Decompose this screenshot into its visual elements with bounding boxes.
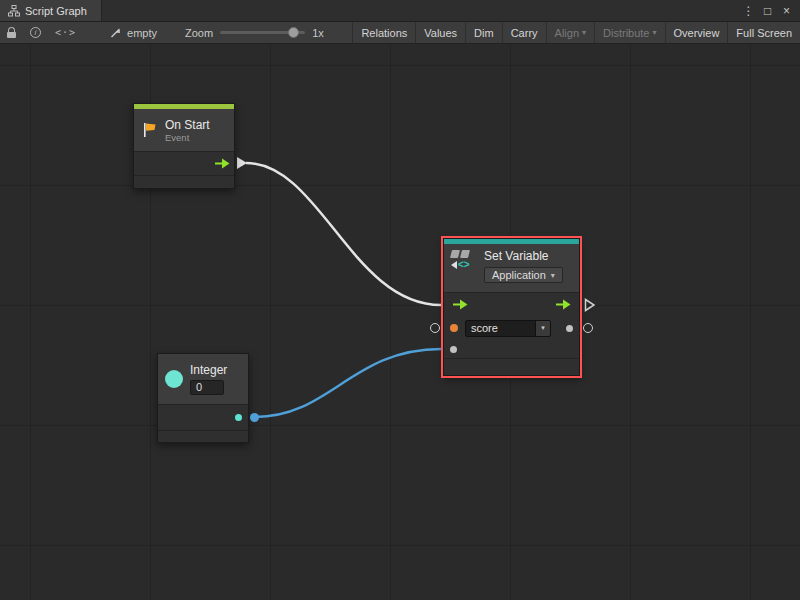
- overview-button[interactable]: Overview: [665, 22, 728, 43]
- set-variable-head-col: Set Variable Application ▾: [484, 249, 563, 283]
- zoom-value: 1x: [312, 27, 324, 39]
- set-variable-header[interactable]: <> Set Variable Application ▾: [444, 244, 579, 292]
- control-in-arrow-icon: [460, 300, 468, 310]
- variable-name-value: score: [466, 322, 535, 334]
- integer-header[interactable]: Integer 0: [158, 354, 248, 404]
- scope-caret-icon: ▾: [551, 271, 555, 280]
- info-icon[interactable]: i: [23, 22, 48, 43]
- integer-ports-row: [158, 404, 248, 430]
- variables-box-2: [460, 250, 470, 258]
- on-start-footer: [134, 175, 234, 188]
- variable-name-dropdown-icon[interactable]: ▾: [535, 321, 550, 336]
- inspect-code-icon[interactable]: <·>: [48, 22, 83, 43]
- value-wire[interactable]: [255, 349, 441, 417]
- lock-icon[interactable]: [0, 22, 23, 43]
- graph-pointer-status: empty: [109, 26, 157, 39]
- node-integer[interactable]: Integer 0: [157, 353, 249, 443]
- set-variable-control-input-port[interactable]: [452, 299, 468, 310]
- overview-label: Overview: [674, 27, 720, 39]
- align-caret-icon: ▾: [582, 29, 586, 37]
- graph-canvas[interactable]: On Start Event: [0, 44, 800, 600]
- unconnected-control-output-icon[interactable]: [584, 298, 596, 312]
- dim-button[interactable]: Dim: [465, 22, 502, 43]
- maximize-icon[interactable]: □: [759, 2, 776, 20]
- window-menu-icon[interactable]: ⋮: [740, 2, 757, 20]
- zoom-label: Zoom: [185, 27, 213, 39]
- pointer-status-label: empty: [127, 27, 157, 39]
- wires-layer: [0, 44, 800, 600]
- on-start-title: On Start: [165, 118, 210, 132]
- integer-value-input[interactable]: 0: [190, 380, 224, 395]
- pointer-icon: [109, 26, 122, 39]
- graph-toolbar: i <·> empty Zoom 1x Relations Values Dim…: [0, 22, 800, 44]
- relations-button[interactable]: Relations: [352, 22, 415, 43]
- on-start-control-output-port[interactable]: [214, 158, 230, 169]
- value-wire-endpoint-dot[interactable]: [250, 413, 259, 422]
- close-icon[interactable]: ×: [778, 2, 795, 20]
- values-button[interactable]: Values: [415, 22, 465, 43]
- info-glyph: i: [30, 27, 41, 38]
- on-start-subtitle: Event: [165, 132, 210, 143]
- set-variable-icon: <>: [451, 249, 477, 270]
- on-start-titles: On Start Event: [165, 118, 210, 143]
- full-screen-button[interactable]: Full Screen: [727, 22, 800, 43]
- on-start-ports-row: [134, 151, 234, 175]
- values-label: Values: [424, 27, 457, 39]
- unit-angle-icon: <>: [458, 260, 470, 270]
- set-variable-control-row: [444, 292, 579, 316]
- lock-glyph: [7, 27, 16, 38]
- unconnected-right-port-ring-icon[interactable]: [583, 323, 593, 333]
- node-set-variable[interactable]: <> Set Variable Application ▾: [443, 238, 580, 376]
- integer-icon: [165, 370, 183, 388]
- variable-scope-dropdown[interactable]: Application ▾: [484, 267, 563, 283]
- unit-icon: <>: [451, 260, 477, 270]
- carry-button[interactable]: Carry: [502, 22, 546, 43]
- tab-script-graph[interactable]: Script Graph: [0, 0, 102, 21]
- toolbar-buttons: Relations Values Dim Carry Align ▾ Distr…: [352, 22, 800, 43]
- set-variable-name-row: score ▾: [444, 316, 579, 340]
- on-start-header[interactable]: On Start Event: [134, 109, 234, 151]
- distribute-label: Distribute: [603, 27, 649, 39]
- unit-arrow-icon: [451, 261, 457, 269]
- align-button[interactable]: Align ▾: [546, 22, 594, 43]
- variable-scope-value: Application: [492, 269, 546, 281]
- relations-label: Relations: [361, 27, 407, 39]
- set-variable-control-output-port[interactable]: [555, 299, 571, 310]
- variable-output-port[interactable]: [566, 325, 573, 332]
- variable-name-field[interactable]: score ▾: [465, 320, 551, 337]
- distribute-caret-icon: ▾: [653, 29, 657, 37]
- align-label: Align: [555, 27, 579, 39]
- distribute-button[interactable]: Distribute ▾: [594, 22, 664, 43]
- node-on-start[interactable]: On Start Event: [133, 103, 235, 189]
- control-wire-arrowhead-icon: [237, 157, 247, 169]
- zoom-slider[interactable]: [220, 31, 305, 34]
- variables-box-1: [450, 250, 460, 258]
- set-variable-value-row: [444, 340, 579, 358]
- control-port-arrow-icon: [222, 159, 230, 169]
- unconnected-left-port-ring-icon[interactable]: [430, 323, 440, 333]
- variables-icon: [451, 250, 477, 258]
- integer-title: Integer: [190, 363, 227, 377]
- variable-name-port[interactable]: [450, 324, 458, 332]
- integer-output-port[interactable]: [235, 414, 242, 421]
- flag-icon: [141, 122, 158, 138]
- dim-label: Dim: [474, 27, 494, 39]
- variable-value-input-port[interactable]: [450, 346, 457, 353]
- window-controls: ⋮ □ ×: [740, 0, 800, 21]
- carry-label: Carry: [511, 27, 538, 39]
- set-variable-footer: [444, 358, 579, 375]
- zoom-control: Zoom 1x: [185, 27, 324, 39]
- script-graph-window: { "window": { "tab_title": "Script Graph…: [0, 0, 800, 600]
- titlebar: Script Graph ⋮ □ ×: [0, 0, 800, 22]
- integer-col: Integer 0: [190, 363, 227, 395]
- integer-footer: [158, 430, 248, 442]
- zoom-slider-thumb[interactable]: [288, 27, 299, 38]
- control-wire[interactable]: [246, 163, 441, 305]
- tab-title: Script Graph: [25, 5, 87, 17]
- set-variable-title: Set Variable: [484, 249, 563, 263]
- control-out-arrow-icon: [563, 300, 571, 310]
- code-glyph: <·>: [55, 27, 76, 38]
- script-graph-icon: [8, 5, 20, 17]
- full-screen-label: Full Screen: [736, 27, 792, 39]
